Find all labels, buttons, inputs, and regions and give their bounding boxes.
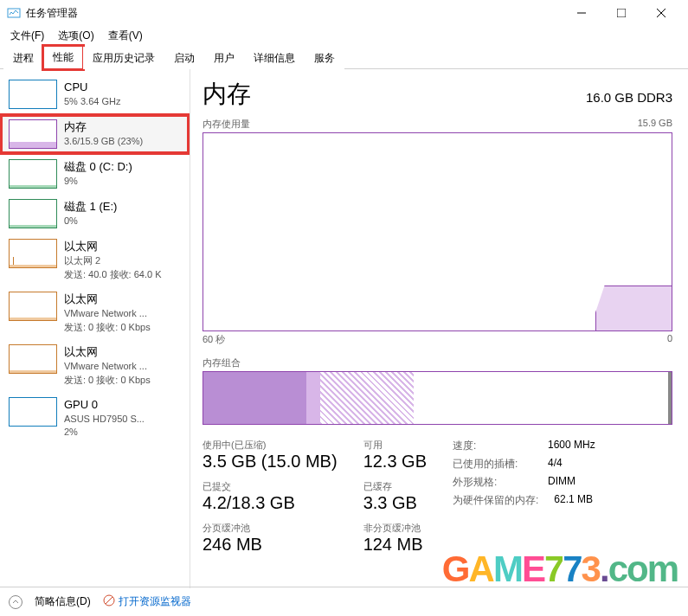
sidebar-title: 磁盘 1 (E:) (64, 199, 117, 215)
detail-key: 速度: (453, 439, 532, 453)
tab-details[interactable]: 详细信息 (244, 47, 305, 69)
detail-row: 已使用的插槽:4/4 (453, 457, 595, 472)
bottom-bar: 简略信息(D) 打开资源监视器 (0, 587, 688, 616)
comp-reserved (668, 372, 672, 424)
detail-key: 已使用的插槽: (453, 457, 532, 472)
stat-label: 使用中(已压缩) (203, 439, 338, 452)
menu-view[interactable]: 查看(V) (101, 27, 150, 45)
sidebar-text: 以太网 VMware Network ... 发送: 0 接收: 0 Kbps (64, 344, 151, 387)
sidebar-item-ethernet-1[interactable]: 以太网 以太网 2 发送: 40.0 接收: 64.0 K (0, 234, 190, 286)
sidebar-item-disk0[interactable]: 磁盘 0 (C: D:) 9% (0, 154, 190, 194)
sidebar-item-ethernet-3[interactable]: 以太网 VMware Network ... 发送: 0 接收: 0 Kbps (0, 339, 190, 392)
sidebar-text: 内存 3.6/15.9 GB (23%) (64, 119, 143, 149)
sidebar-sub: ASUS HD7950 S... (64, 413, 145, 426)
chart-axis: 60 秒 0 (203, 333, 672, 346)
detail-value: 4/4 (548, 457, 563, 472)
sidebar-title: 以太网 (64, 344, 151, 360)
window-title: 任务管理器 (26, 6, 562, 21)
sidebar-sub: VMware Network ... (64, 307, 151, 320)
detail-row: 外形规格:DIMM (453, 475, 595, 490)
ethernet-thumb (9, 239, 57, 268)
sidebar-title: CPU (64, 80, 120, 95)
chart-fill (595, 286, 672, 330)
window-controls (562, 0, 681, 26)
memory-composition-chart[interactable] (203, 371, 672, 425)
sidebar-item-disk1[interactable]: 磁盘 1 (E:) 0% (0, 194, 190, 234)
sidebar-item-memory[interactable]: 内存 3.6/15.9 GB (23%) (0, 114, 190, 154)
menubar: 文件(F) 选项(O) 查看(V) (0, 26, 688, 45)
sidebar-item-gpu[interactable]: GPU 0 ASUS HD7950 S... 2% (0, 392, 190, 445)
sidebar-sub2: 发送: 0 接收: 0 Kbps (64, 374, 151, 387)
comp-modified (306, 372, 320, 424)
stat-value: 124 MB (363, 535, 427, 555)
forbidden-icon (103, 594, 115, 609)
sidebar-text: 以太网 以太网 2 发送: 40.0 接收: 64.0 K (64, 239, 162, 281)
sidebar-title: 内存 (64, 119, 143, 135)
detail-value: 62.1 MB (554, 493, 593, 508)
maximize-button[interactable] (601, 0, 641, 26)
main-panel: 内存 16.0 GB DDR3 内存使用量 15.9 GB 60 秒 0 内存组… (190, 69, 688, 588)
sidebar-text: 磁盘 1 (E:) 0% (64, 199, 117, 228)
stat-in-use: 使用中(已压缩) 3.5 GB (15.0 MB) (203, 439, 338, 472)
stat-label: 可用 (363, 439, 427, 452)
resource-monitor-link[interactable]: 打开资源监视器 (103, 594, 191, 609)
sidebar-text: GPU 0 ASUS HD7950 S... 2% (64, 397, 145, 440)
stat-label: 已缓存 (363, 480, 427, 493)
resource-monitor-label: 打开资源监视器 (119, 594, 191, 609)
tab-app-history[interactable]: 应用历史记录 (83, 47, 164, 69)
composition-label: 内存组合 (203, 356, 672, 369)
detail-value: 1600 MHz (548, 439, 595, 453)
detail-row: 速度:1600 MHz (453, 439, 595, 453)
tab-users[interactable]: 用户 (204, 47, 244, 69)
menu-options[interactable]: 选项(O) (51, 27, 100, 45)
chart-labels: 内存使用量 15.9 GB (203, 118, 672, 131)
stat-value: 12.3 GB (363, 452, 427, 472)
sidebar-sub: VMware Network ... (64, 360, 151, 373)
stat-value: 246 MB (203, 535, 338, 555)
sidebar-title: 以太网 (64, 239, 162, 254)
ethernet-thumb (9, 344, 57, 374)
app-icon (7, 6, 21, 20)
menu-file[interactable]: 文件(F) (3, 27, 51, 45)
sidebar-item-ethernet-2[interactable]: 以太网 VMware Network ... 发送: 0 接收: 0 Kbps (0, 286, 190, 339)
minimize-button[interactable] (562, 0, 601, 26)
tab-services[interactable]: 服务 (305, 47, 344, 69)
stat-value: 4.2/18.3 GB (203, 493, 338, 513)
stat-value: 3.3 GB (363, 493, 427, 513)
svg-rect-2 (617, 9, 626, 17)
detail-key: 外形规格: (453, 475, 532, 490)
close-button[interactable] (641, 0, 681, 26)
tab-processes[interactable]: 进程 (3, 47, 43, 69)
disk-thumb (9, 159, 57, 189)
memory-usage-chart[interactable] (203, 132, 672, 331)
sidebar-text: 磁盘 0 (C: D:) 9% (64, 159, 132, 189)
stat-value: 3.5 GB (15.0 MB) (203, 452, 338, 472)
sidebar-sub: 3.6/15.9 GB (23%) (64, 135, 143, 148)
sidebar: CPU 5% 3.64 GHz 内存 3.6/15.9 GB (23%) 磁盘 … (0, 69, 190, 588)
usage-max: 15.9 GB (638, 118, 672, 131)
brief-info-link[interactable]: 简略信息(D) (35, 594, 91, 609)
stat-label: 非分页缓冲池 (363, 522, 427, 535)
watermark: GAME773.com (442, 549, 678, 590)
stats: 使用中(已压缩) 3.5 GB (15.0 MB) 可用 12.3 GB 已提交… (203, 439, 672, 555)
sidebar-item-cpu[interactable]: CPU 5% 3.64 GHz (0, 74, 190, 114)
comp-in-use (203, 372, 306, 424)
tab-startup[interactable]: 启动 (164, 47, 204, 69)
chevron-up-icon[interactable] (9, 595, 23, 609)
detail-row: 为硬件保留的内存:62.1 MB (453, 493, 595, 508)
disk-thumb (9, 199, 57, 228)
stat-nonpaged: 非分页缓冲池 124 MB (363, 522, 427, 555)
stat-cached: 已缓存 3.3 GB (363, 480, 427, 513)
tab-performance[interactable]: 性能 (43, 46, 83, 69)
sidebar-title: 以太网 (64, 292, 151, 307)
content: CPU 5% 3.64 GHz 内存 3.6/15.9 GB (23%) 磁盘 … (0, 69, 688, 588)
stat-label: 已提交 (203, 480, 338, 493)
memory-capacity: 16.0 GB DDR3 (586, 90, 672, 105)
stat-available: 可用 12.3 GB (363, 439, 427, 472)
sidebar-title: 磁盘 0 (C: D:) (64, 159, 132, 175)
stat-paged: 分页缓冲池 246 MB (203, 522, 338, 555)
main-header: 内存 16.0 GB DDR3 (203, 78, 672, 111)
stats-right: 速度:1600 MHz 已使用的插槽:4/4 外形规格:DIMM 为硬件保留的内… (453, 439, 595, 555)
sidebar-title: GPU 0 (64, 397, 145, 413)
titlebar: 任务管理器 (0, 0, 688, 26)
